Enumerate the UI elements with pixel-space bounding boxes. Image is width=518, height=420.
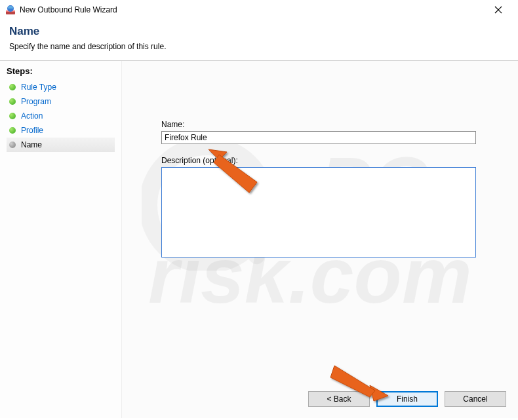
close-button[interactable]	[484, 1, 513, 19]
description-label: Description (optional):	[161, 156, 479, 165]
step-label: Action	[21, 111, 43, 121]
steps-sidebar: Steps: Rule Type Program Action Profile …	[0, 61, 121, 418]
bullet-icon	[9, 142, 16, 148]
step-rule-type[interactable]: Rule Type	[7, 80, 115, 94]
step-profile[interactable]: Profile	[7, 123, 115, 138]
name-label: Name:	[161, 120, 479, 129]
firewall-icon	[5, 5, 16, 15]
close-icon	[494, 6, 502, 14]
wizard-header: Name Specify the name and description of…	[0, 20, 518, 61]
bullet-icon	[9, 127, 16, 134]
cancel-button[interactable]: Cancel	[445, 391, 506, 407]
page-title: Name	[9, 25, 509, 38]
step-label: Program	[21, 97, 51, 106]
step-program[interactable]: Program	[7, 94, 115, 109]
bullet-icon	[9, 84, 16, 90]
wizard-footer: < Back Finish Cancel	[308, 391, 506, 407]
steps-heading: Steps:	[7, 66, 115, 76]
main-panel: PC risk.com Name: Description (optional)…	[121, 61, 518, 418]
window-title: New Outbound Rule Wizard	[20, 5, 484, 14]
description-input[interactable]	[161, 167, 476, 258]
titlebar: New Outbound Rule Wizard	[0, 0, 518, 20]
step-label: Profile	[21, 126, 43, 135]
step-action[interactable]: Action	[7, 109, 115, 123]
name-input[interactable]	[161, 131, 476, 144]
step-label: Name	[21, 140, 42, 149]
bullet-icon	[9, 98, 16, 105]
step-label: Rule Type	[21, 83, 56, 92]
back-button[interactable]: < Back	[308, 391, 370, 407]
bullet-icon	[9, 113, 16, 119]
finish-button[interactable]: Finish	[376, 391, 438, 407]
page-subtitle: Specify the name and description of this…	[9, 42, 509, 51]
step-name[interactable]: Name	[7, 138, 115, 152]
